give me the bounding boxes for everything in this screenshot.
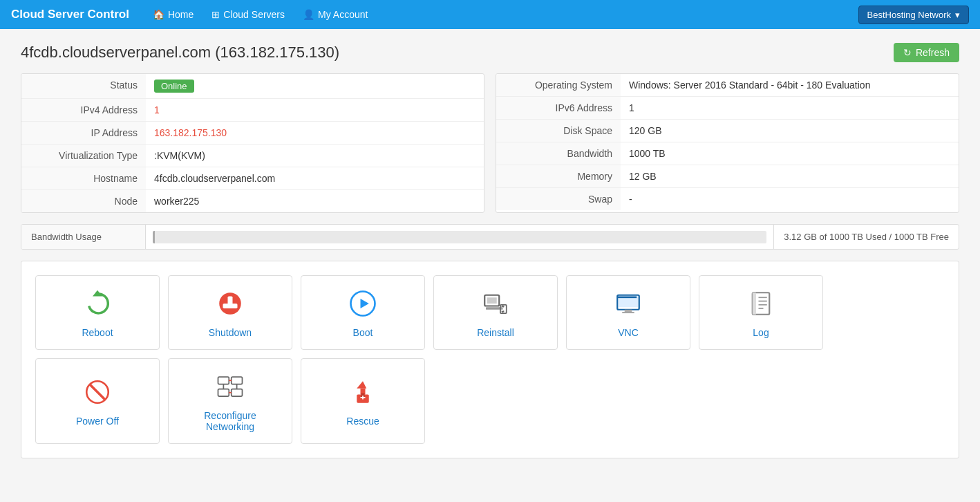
table-row: Virtualization Type :KVM(KVM) [21, 145, 484, 167]
table-row: IPv4 Address 1 [21, 99, 484, 122]
svg-rect-23 [218, 377, 229, 384]
nav-links: 🏠 Home ⊞ Cloud Servers 👤 My Account [146, 6, 858, 23]
action-card-power-off[interactable]: Power Off [35, 358, 160, 444]
action-label: Power Off [76, 416, 119, 427]
action-label: Log [753, 327, 769, 338]
info-section: Status Online IPv4 Address 1 IP Address … [21, 73, 959, 213]
svg-rect-16 [753, 292, 756, 315]
cell-value: 163.182.175.130 [146, 122, 484, 145]
action-card-vnc[interactable]: VNC [566, 275, 690, 350]
action-label: Shutdown [209, 327, 252, 338]
cell-label: Node [21, 190, 146, 213]
actions-section: Reboot Shutdown Boot Reinstall [21, 261, 959, 458]
table-row: IPv6 Address 1 [496, 97, 959, 120]
nav-cloud-servers[interactable]: ⊞ Cloud Servers [205, 6, 292, 23]
action-label: Reinstall [477, 327, 514, 338]
action-label: Boot [353, 327, 373, 338]
navbar: Cloud Server Control 🏠 Home ⊞ Cloud Serv… [0, 0, 980, 29]
cell-label: Disk Space [496, 120, 621, 142]
svg-rect-12 [617, 297, 637, 299]
table-row: Swap - [496, 188, 959, 211]
table-row: Memory 12 GB [496, 165, 959, 188]
reinstall-icon [479, 287, 512, 320]
actions-grid: Reboot Shutdown Boot Reinstall [35, 275, 945, 444]
ip-link[interactable]: 163.182.175.130 [154, 127, 227, 138]
ip-link[interactable]: 1 [154, 104, 160, 115]
table-row: IP Address 163.182.175.130 [21, 122, 484, 145]
vnc-icon [612, 287, 645, 320]
table-row: Operating System Windows: Server 2016 St… [496, 74, 959, 97]
action-card-reboot[interactable]: Reboot [35, 275, 160, 350]
table-row: Disk Space 120 GB [496, 120, 959, 142]
rescue-icon [346, 375, 379, 409]
svg-rect-3 [223, 304, 238, 308]
refresh-icon: ↻ [903, 47, 912, 58]
refresh-button[interactable]: ↻ Refresh [894, 43, 959, 62]
action-card-log[interactable]: Log [699, 275, 823, 350]
cell-value: :KVM(KVM) [146, 145, 484, 167]
reboot-icon [81, 287, 114, 320]
svg-rect-26 [232, 389, 243, 397]
cell-label: Operating System [496, 74, 621, 97]
cell-label: IPv4 Address [21, 99, 146, 122]
cell-value: Windows: Server 2016 Standard - 64bit - … [621, 74, 959, 97]
bandwidth-bar-container [146, 225, 773, 249]
cell-value: :KVM(KVM) [154, 150, 205, 161]
bandwidth-text: 3.12 GB of 1000 TB Used / 1000 TB Free [773, 225, 959, 249]
action-card-reconfigure-networking[interactable]: Reconfigure Networking [168, 358, 292, 444]
svg-rect-24 [232, 377, 243, 384]
cell-value: 1 [146, 99, 484, 122]
cell-label: Memory [496, 165, 621, 188]
action-card-rescue[interactable]: Rescue [301, 358, 425, 444]
svg-marker-5 [361, 299, 369, 308]
svg-rect-13 [625, 310, 632, 313]
server-info-left: Status Online IPv4 Address 1 IP Address … [21, 73, 484, 213]
cell-label: IP Address [21, 122, 146, 145]
network-icon [214, 370, 247, 403]
cell-value: - [621, 188, 959, 211]
page-title: 4fcdb.cloudserverpanel.com (163.182.175.… [21, 44, 339, 62]
main-content: 4fcdb.cloudserverpanel.com (163.182.175.… [0, 29, 980, 502]
table-row: Node worker225 [21, 190, 484, 213]
cell-value: 1 [621, 97, 959, 120]
cell-label: Swap [496, 188, 621, 211]
status-badge: Online [154, 80, 194, 93]
cell-value: worker225 [146, 190, 484, 213]
cell-label: IPv6 Address [496, 97, 621, 120]
table-row: Status Online [21, 74, 484, 99]
cell-value: Online [146, 74, 484, 99]
poweroff-icon [81, 375, 114, 409]
action-label: Rescue [346, 416, 379, 427]
cell-value: 12 GB [621, 165, 959, 188]
svg-rect-14 [622, 312, 634, 313]
cell-value: 4fcdb.cloudserverpanel.com [146, 167, 484, 190]
account-dropdown-button[interactable]: BestHosting Network ▾ [858, 6, 969, 24]
shutdown-icon [214, 287, 247, 320]
svg-rect-25 [218, 389, 229, 397]
home-icon: 🏠 [153, 9, 164, 20]
bandwidth-bar-bg [153, 231, 766, 243]
action-card-shutdown[interactable]: Shutdown [168, 275, 292, 350]
server-info-right: Operating System Windows: Server 2016 St… [496, 73, 959, 213]
cell-label: Bandwidth [496, 142, 621, 165]
action-label: Reboot [82, 327, 113, 338]
action-card-boot[interactable]: Boot [301, 275, 425, 350]
nav-my-account[interactable]: 👤 My Account [296, 6, 375, 23]
action-label: Reconfigure Networking [180, 410, 281, 432]
bandwidth-section: Bandwidth Usage 3.12 GB of 1000 TB Used … [21, 224, 959, 250]
account-dropdown-wrapper: BestHosting Network ▾ [858, 6, 969, 24]
svg-line-22 [91, 385, 105, 400]
brand: Cloud Server Control [11, 8, 129, 21]
boot-icon [346, 287, 379, 320]
action-card-reinstall[interactable]: Reinstall [433, 275, 558, 350]
user-icon: 👤 [303, 9, 314, 20]
bandwidth-label: Bandwidth Usage [21, 225, 146, 249]
svg-rect-7 [487, 297, 497, 304]
cell-value: worker225 [154, 196, 199, 207]
cell-value: 1000 TB [621, 142, 959, 165]
table-row: Hostname 4fcdb.cloudserverpanel.com [21, 167, 484, 190]
nav-home[interactable]: 🏠 Home [146, 6, 200, 23]
cell-label: Virtualization Type [21, 145, 146, 167]
grid-icon: ⊞ [211, 9, 220, 20]
cell-value: 120 GB [621, 120, 959, 142]
